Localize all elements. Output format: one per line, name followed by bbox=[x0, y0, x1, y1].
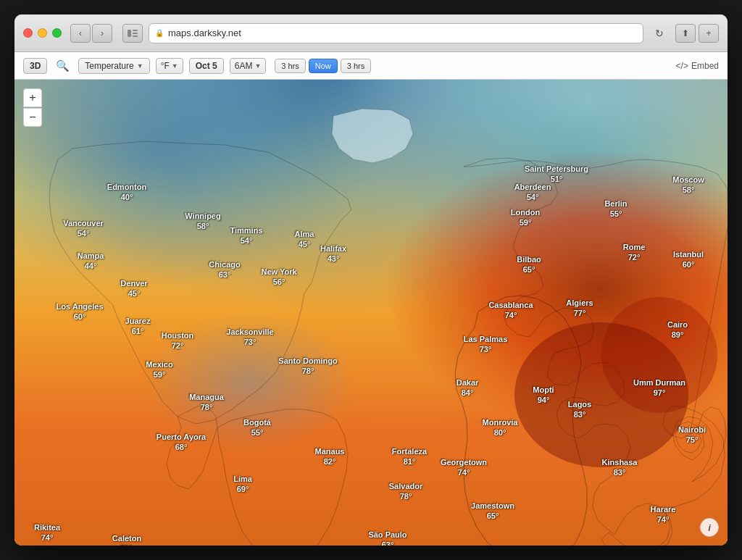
forward-button[interactable]: › bbox=[92, 24, 112, 43]
time-nav: 3 hrs Now 3 hrs bbox=[275, 59, 371, 73]
svg-rect-0 bbox=[128, 30, 131, 37]
add-tab-button[interactable]: + bbox=[699, 24, 719, 43]
embed-button[interactable]: </> Embed bbox=[676, 61, 719, 71]
svg-rect-2 bbox=[133, 33, 138, 34]
map-container[interactable]: Edmonton40°Vancouver54°Winnipeg58°Nampa4… bbox=[14, 80, 728, 546]
3d-button[interactable]: 3D bbox=[23, 58, 47, 74]
time-forward-button[interactable]: 3 hrs bbox=[341, 59, 371, 73]
temp-unit-dropdown[interactable]: °F ▼ bbox=[156, 58, 183, 74]
zoom-controls: + − bbox=[23, 88, 42, 127]
time-label: 6AM bbox=[235, 61, 253, 71]
time-now-button[interactable]: Now bbox=[309, 59, 338, 73]
nav-buttons: ‹ › bbox=[70, 24, 112, 43]
date-display[interactable]: Oct 5 bbox=[189, 58, 224, 74]
time-arrow: ▼ bbox=[254, 62, 261, 70]
embed-icon: </> bbox=[676, 61, 688, 71]
share-button[interactable]: ⬆ bbox=[675, 24, 696, 43]
embed-label: Embed bbox=[691, 61, 719, 71]
temp-unit-arrow: ▼ bbox=[172, 62, 178, 70]
layer-label: Temperature bbox=[85, 61, 133, 71]
sidebar-button[interactable] bbox=[122, 24, 143, 43]
browser-toolbar-right: ⬆ + bbox=[675, 24, 719, 43]
info-button[interactable]: i bbox=[700, 518, 719, 537]
address-bar[interactable]: 🔒 maps.darksky.net bbox=[149, 23, 643, 43]
zoom-out-button[interactable]: − bbox=[23, 108, 42, 127]
back-button[interactable]: ‹ bbox=[70, 24, 91, 43]
search-button[interactable]: 🔍 bbox=[53, 58, 72, 74]
browser-window: ‹ › 🔒 maps.darksky.net ↻ ⬆ + 3D 🔍 Temper… bbox=[14, 14, 728, 546]
url-text: maps.darksky.net bbox=[168, 28, 241, 38]
lock-icon: 🔒 bbox=[155, 29, 164, 37]
title-bar: ‹ › 🔒 maps.darksky.net ↻ ⬆ + bbox=[14, 14, 728, 52]
layer-dropdown[interactable]: Temperature ▼ bbox=[78, 58, 149, 74]
svg-point-14 bbox=[601, 297, 717, 413]
temp-unit: °F bbox=[161, 61, 170, 71]
maximize-button[interactable] bbox=[52, 28, 62, 38]
svg-rect-3 bbox=[133, 35, 138, 37]
zoom-in-button[interactable]: + bbox=[23, 88, 42, 107]
layer-arrow: ▼ bbox=[137, 62, 143, 70]
time-dropdown[interactable]: 6AM ▼ bbox=[230, 58, 267, 74]
svg-rect-1 bbox=[133, 30, 138, 31]
traffic-lights bbox=[23, 28, 62, 38]
minimize-button[interactable] bbox=[38, 28, 47, 38]
map-svg bbox=[14, 80, 728, 546]
time-back-button[interactable]: 3 hrs bbox=[275, 59, 305, 73]
refresh-button[interactable]: ↻ bbox=[649, 24, 670, 43]
map-toolbar: 3D 🔍 Temperature ▼ °F ▼ Oct 5 6AM ▼ 3 hr… bbox=[14, 52, 728, 80]
close-button[interactable] bbox=[23, 28, 33, 38]
